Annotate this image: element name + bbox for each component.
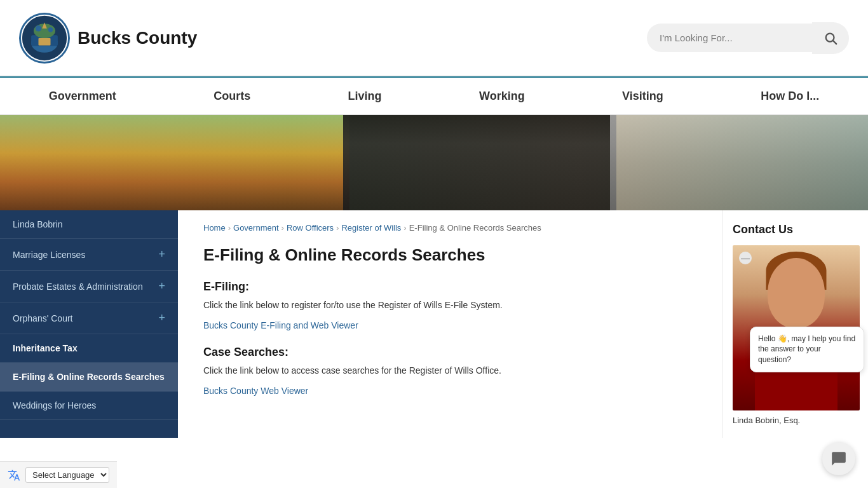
hero-image [0,115,868,210]
sidebar-item-label: Orphans' Court [13,313,73,323]
sidebar-item-label: Inheritance Tax [13,343,78,353]
nav-item-visiting[interactable]: Visiting [603,78,682,114]
case-searches-text: Click the link below to access case sear… [203,364,696,377]
sidebar-item-label: Marriage Licenses [13,250,85,260]
nav-item-courts[interactable]: Courts [194,78,269,114]
sidebar-item-marriage-licenses[interactable]: Marriage Licenses + [0,239,178,271]
sidebar-item-label: Probate Estates & Administration [13,281,143,292]
breadcrumb-separator: › [403,223,406,233]
search-button[interactable] [812,22,849,54]
nav-item-living[interactable]: Living [329,78,401,114]
nav-item-government[interactable]: Government [30,78,135,114]
breadcrumb-separator: › [281,223,284,233]
chatbot-message: Hello 👋, may I help you find the answer … [758,334,855,365]
content-wrapper: Linda Bobrin Marriage Licenses + Probate… [0,210,868,438]
nav-item-how-do-i[interactable]: How Do I... [742,78,838,114]
nav-item-working[interactable]: Working [460,78,544,114]
sidebar-item-weddings[interactable]: Weddings for Heroes [0,391,178,420]
site-logo[interactable] [19,13,70,64]
svg-rect-7 [39,38,51,45]
contact-name: Linda Bobrin, Esq. [733,416,858,425]
sidebar: Linda Bobrin Marriage Licenses + Probate… [0,210,178,438]
breadcrumb-separator: › [228,223,231,233]
breadcrumb-separator: › [336,223,339,233]
sidebar-item-linda-bobrin[interactable]: Linda Bobrin [0,210,178,239]
minimize-icon[interactable]: — [739,252,752,264]
breadcrumb-home[interactable]: Home [203,223,226,233]
svg-point-5 [48,27,53,32]
chat-button[interactable] [822,442,855,475]
sidebar-item-inheritance-tax[interactable]: Inheritance Tax [0,334,178,363]
sidebar-item-label: Linda Bobrin [13,219,63,229]
chatbot-bubble: Hello 👋, may I help you find the answer … [750,327,864,372]
main-content: Home › Government › Row Officers › Regis… [178,210,722,438]
breadcrumb: Home › Government › Row Officers › Regis… [203,223,696,233]
efiling-heading: E-Filing: [203,280,696,294]
case-searches-link[interactable]: Bucks County Web Viewer [203,386,308,396]
contact-panel: Contact Us — Hello 👋, may I help you fin… [722,210,868,438]
translate-icon [8,469,20,482]
svg-point-4 [36,25,42,32]
sidebar-item-label: Weddings for Heroes [13,400,96,410]
breadcrumb-government[interactable]: Government [233,223,279,233]
breadcrumb-current: E-Filing & Online Records Searches [409,223,541,233]
language-select[interactable]: Select Language [25,467,109,483]
sidebar-item-e-filing[interactable]: E-Filing & Online Records Searches [0,363,178,391]
sidebar-item-label: E-Filing & Online Records Searches [13,372,165,382]
search-area [647,22,849,54]
breadcrumb-register-of-wills[interactable]: Register of Wills [341,223,401,233]
search-input[interactable] [647,24,812,52]
main-nav: Government Courts Living Working Visitin… [0,76,868,115]
chat-icon [831,451,847,467]
breadcrumb-row-officers[interactable]: Row Officers [287,223,334,233]
page-title: E-Filing & Online Records Searches [203,245,696,265]
sidebar-item-probate-estates[interactable]: Probate Estates & Administration + [0,271,178,302]
logo-area: Bucks County [19,13,197,64]
translate-bar: Select Language [0,461,117,488]
efiling-link[interactable]: Bucks County E-Filing and Web Viewer [203,320,358,330]
search-icon [824,31,837,45]
site-header: Bucks County [0,0,868,76]
svg-line-9 [833,41,836,44]
efiling-text: Click the link below to register for/to … [203,299,696,312]
expand-icon: + [158,248,165,261]
site-title: Bucks County [78,28,197,48]
expand-icon: + [158,280,165,293]
expand-icon: + [158,311,165,325]
sidebar-item-orphans-court[interactable]: Orphans' Court + [0,302,178,334]
contact-title: Contact Us [733,223,858,236]
case-searches-heading: Case Searches: [203,346,696,359]
